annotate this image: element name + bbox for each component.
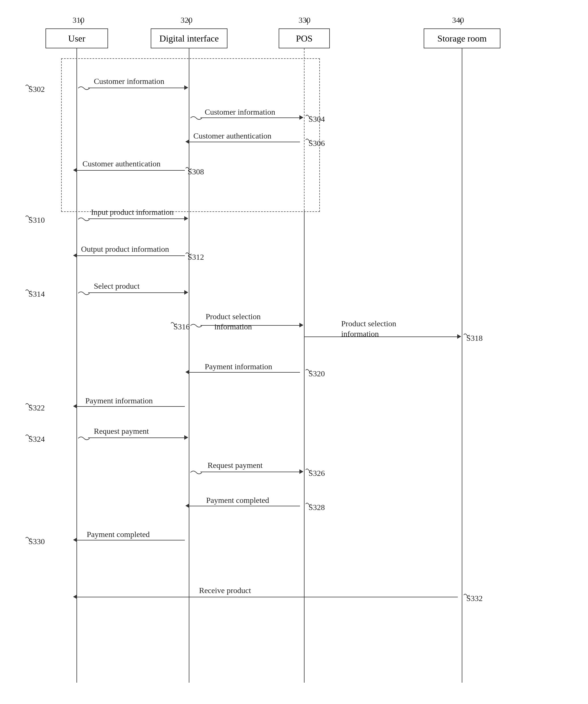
squiggle-s302 <box>77 84 88 93</box>
arrow-s330 <box>77 540 185 540</box>
arrow-s306 <box>189 142 300 142</box>
arrowhead-s310 <box>184 216 188 221</box>
squiggle-step-s318 <box>462 331 471 339</box>
arrow-s322 <box>77 406 185 407</box>
squiggle-step-s304 <box>304 113 313 120</box>
arrowhead-s320 <box>185 370 189 374</box>
arrow-s328 <box>189 506 300 506</box>
arrowhead-s322 <box>73 404 77 408</box>
squiggle-step-s332 <box>462 592 471 599</box>
squiggle-s304 <box>189 114 200 122</box>
arrowhead-s328 <box>185 504 189 508</box>
label-s318: Product selectioninformation <box>341 318 412 339</box>
squiggle-step-s312 <box>184 250 193 257</box>
squiggle-s314 <box>77 289 88 298</box>
lifeline-pos-solid <box>304 211 305 683</box>
squiggle-s316 <box>189 321 200 330</box>
squiggle-step-s316 <box>170 320 178 327</box>
arrowhead-s304 <box>300 115 304 120</box>
label-s306: Customer authentication <box>193 131 271 140</box>
arrow-s302 <box>88 87 185 88</box>
squiggle-330 <box>303 18 311 26</box>
actor-digital: Digital interface <box>151 28 227 48</box>
label-s316: Product selectioninformation <box>205 311 262 332</box>
label-s308: Customer authentication <box>82 159 160 168</box>
squiggle-320 <box>185 18 193 26</box>
arrowhead-s306 <box>185 139 189 144</box>
squiggle-step-s328 <box>304 501 313 508</box>
arrow-s314 <box>88 292 185 293</box>
arrow-s320 <box>189 372 300 373</box>
arrow-s332 <box>77 597 458 597</box>
sequence-diagram: 310 320 330 340 User Digital interface P… <box>0 0 588 704</box>
squiggle-step-s306 <box>304 136 313 143</box>
label-s328: Payment completed <box>206 496 269 505</box>
arrow-s326 <box>200 472 300 472</box>
squiggle-step-s310 <box>24 213 33 221</box>
squiggle-step-s322 <box>24 401 33 408</box>
arrowhead-s324 <box>184 435 188 440</box>
label-s314: Select product <box>94 282 140 291</box>
label-s310: Input product information <box>91 208 174 217</box>
squiggle-s326 <box>189 468 200 477</box>
squiggle-340 <box>456 18 465 26</box>
label-s304: Customer information <box>205 108 275 117</box>
label-s330: Payment completed <box>87 530 150 539</box>
squiggle-step-s314 <box>24 287 33 294</box>
label-s312: Output product information <box>81 245 169 254</box>
squiggle-310 <box>77 18 85 26</box>
label-s320: Payment information <box>205 362 272 371</box>
squiggle-step-s330 <box>24 535 33 542</box>
label-s322: Payment information <box>85 396 153 405</box>
arrowhead-s316 <box>300 323 304 328</box>
arrowhead-s308 <box>73 168 77 172</box>
squiggle-s310 <box>77 215 88 224</box>
arrow-s324 <box>88 437 185 438</box>
label-s332: Receive product <box>199 586 251 595</box>
squiggle-step-s324 <box>24 432 33 439</box>
actor-pos: POS <box>279 28 330 48</box>
arrowhead-s326 <box>300 469 304 474</box>
label-s302: Customer information <box>94 77 165 86</box>
squiggle-step-s308 <box>184 165 193 172</box>
arrowhead-s302 <box>184 85 188 90</box>
arrowhead-s332 <box>73 594 77 599</box>
arrowhead-s318 <box>457 334 461 339</box>
squiggle-step-s320 <box>304 367 313 374</box>
arrow-s312 <box>77 255 185 256</box>
arrowhead-s330 <box>73 538 77 542</box>
label-s324: Request payment <box>94 427 149 436</box>
arrow-s304 <box>200 117 300 118</box>
squiggle-step-s302 <box>24 82 33 90</box>
arrow-s310 <box>88 219 185 219</box>
label-s326: Request payment <box>208 461 263 470</box>
squiggle-step-s326 <box>304 467 313 474</box>
lifeline-storage <box>462 48 462 683</box>
arrowhead-s314 <box>184 290 188 295</box>
squiggle-s324 <box>77 434 88 443</box>
arrowhead-s312 <box>73 253 77 258</box>
arrow-s308 <box>77 170 185 171</box>
actor-storage: Storage room <box>423 28 501 48</box>
actor-user: User <box>46 28 108 48</box>
